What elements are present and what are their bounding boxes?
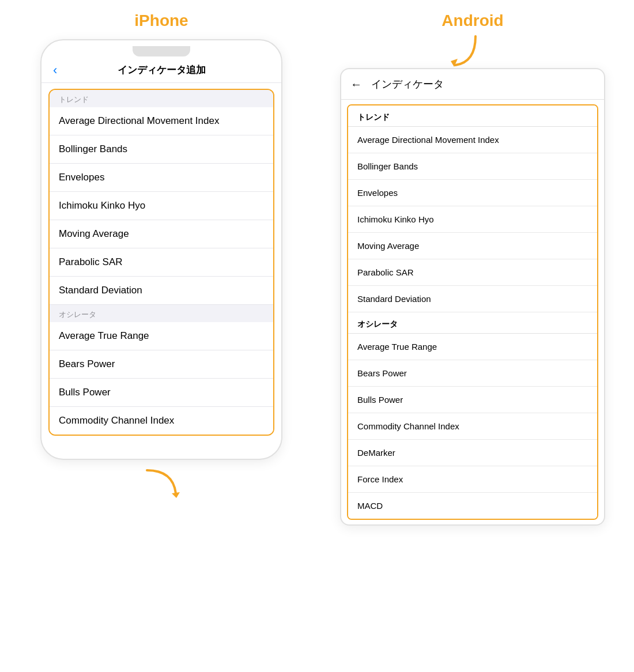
list-item[interactable]: Average True Range — [348, 334, 597, 360]
iphone-arrow-icon — [138, 465, 184, 499]
list-item[interactable]: Average Directional Movement Index — [50, 107, 273, 135]
list-item[interactable]: Standard Deviation — [50, 277, 273, 305]
list-item[interactable]: Commodity Channel Index — [50, 407, 273, 435]
iphone-column: iPhone ‹ インディケータ追加 トレンド Average Directio… — [17, 12, 305, 499]
android-oscillator-section-header: オシレータ — [348, 312, 597, 334]
list-item[interactable]: Commodity Channel Index — [348, 413, 597, 440]
list-item[interactable]: Bulls Power — [348, 387, 597, 413]
list-item[interactable]: Ichimoku Kinko Hyo — [348, 206, 597, 233]
android-header: ← インディケータ — [341, 69, 604, 100]
list-item[interactable]: Bollinger Bands — [348, 153, 597, 180]
svg-marker-0 — [172, 492, 180, 498]
android-trend-section-header: トレンド — [348, 105, 597, 127]
list-item[interactable]: Moving Average — [348, 233, 597, 259]
iphone-screen-title: インディケータ追加 — [118, 63, 206, 77]
iphone-arrow-container — [138, 465, 184, 499]
list-item[interactable]: Ichimoku Kinko Hyo — [50, 192, 273, 220]
list-item[interactable]: Bulls Power — [50, 379, 273, 407]
list-item[interactable]: Standard Deviation — [348, 286, 597, 312]
iphone-indicator-list: トレンド Average Directional Movement Index … — [48, 89, 274, 436]
list-item[interactable]: Moving Average — [50, 220, 273, 248]
list-item[interactable]: Force Index — [348, 466, 597, 493]
list-item[interactable]: Envelopes — [348, 180, 597, 206]
list-item[interactable]: Bears Power — [50, 350, 273, 379]
android-column: Android ← インディケータ トレンド Average Direction… — [329, 12, 617, 526]
android-indicator-list: トレンド Average Directional Movement Index … — [347, 104, 598, 520]
list-item[interactable]: Average Directional Movement Index — [348, 127, 597, 153]
list-item[interactable]: Envelopes — [50, 164, 273, 192]
list-item[interactable]: Bears Power — [348, 360, 597, 387]
list-item[interactable]: MACD — [348, 493, 597, 519]
list-item[interactable]: Average True Range — [50, 322, 273, 350]
list-item[interactable]: Parabolic SAR — [348, 259, 597, 286]
iphone-oscillator-section-header: オシレータ — [50, 305, 273, 322]
iphone-platform-title: iPhone — [134, 12, 188, 30]
android-back-button[interactable]: ← — [350, 78, 362, 91]
list-item[interactable]: Parabolic SAR — [50, 248, 273, 277]
iphone-header: ‹ インディケータ追加 — [41, 59, 281, 83]
list-item[interactable]: DeMarker — [348, 440, 597, 466]
android-frame: ← インディケータ トレンド Average Directional Movem… — [340, 68, 605, 526]
iphone-back-button[interactable]: ‹ — [53, 63, 57, 78]
android-platform-title: Android — [441, 12, 503, 30]
iphone-notch-area — [41, 40, 281, 59]
iphone-frame: ‹ インディケータ追加 トレンド Average Directional Mov… — [40, 39, 282, 460]
android-screen-title: インディケータ — [371, 77, 444, 91]
iphone-notch — [133, 46, 190, 56]
list-item[interactable]: Bollinger Bands — [50, 135, 273, 164]
iphone-trend-section-header: トレンド — [50, 90, 273, 107]
